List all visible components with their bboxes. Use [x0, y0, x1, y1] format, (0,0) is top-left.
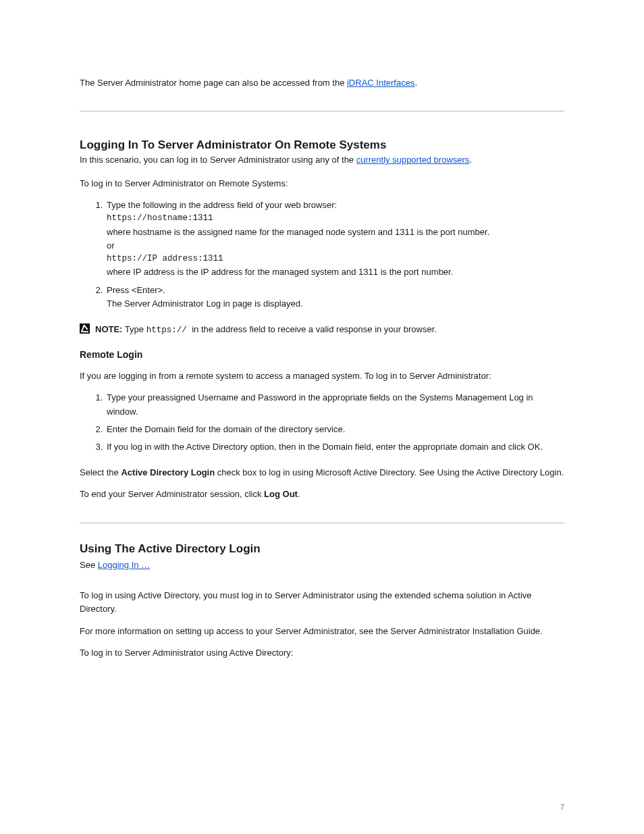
remote-p2: If you are logging in from a remote syst… [80, 369, 564, 383]
intro-block: The Server Administrator home page can a… [80, 76, 564, 111]
remote-step-2: Enter the Domain field for the domain of… [105, 423, 564, 436]
note-row: NOTE: Type https:// in the address field… [80, 323, 564, 337]
remote-step-3: If you log in with the Active Directory … [105, 440, 564, 454]
intro-prefix: The Server Administrator home page can a… [80, 78, 347, 88]
step-1: Type the following in the address field … [105, 199, 564, 279]
logging-in-link[interactable]: Logging In … [98, 560, 150, 570]
note-text: NOTE: Type https:// in the address field… [95, 323, 437, 337]
note-icon [80, 323, 90, 334]
remote-step-1: Type your preassigned Username and Passw… [105, 391, 564, 418]
remote-p3: Select the Active Directory Login check … [80, 466, 564, 479]
page-number: 7 [560, 803, 564, 811]
section2-sub: See Logging In … [80, 560, 564, 570]
step-2: Press <Enter>. The Server Administrator … [105, 284, 564, 311]
document-page: The Server Administrator home page can a… [0, 0, 644, 834]
remote-steps: Type your preassigned Username and Passw… [80, 391, 564, 454]
note-label: NOTE: [95, 324, 122, 334]
intro-line: The Server Administrator home page can a… [80, 76, 564, 90]
section1-sub: In this scenario, you can log in to Serv… [80, 155, 564, 165]
remote-p4: To end your Server Administrator session… [80, 488, 564, 501]
section2-title: Using The Active Directory Login [80, 542, 564, 556]
section2-p2: For more information on setting up acces… [80, 625, 564, 638]
section2-p1: To log in using Active Directory, you mu… [80, 589, 564, 616]
intro-suffix: . [414, 78, 417, 88]
section2-p3: To log in to Server Administrator using … [80, 646, 564, 660]
idrac-interfaces-link[interactable]: iDRAC Interfaces [347, 78, 414, 88]
section-remote-login: Logging In To Server Administrator On Re… [80, 138, 564, 523]
login-steps: Type the following in the address field … [80, 199, 564, 311]
section1-p1: To log in to Server Administrator on Rem… [80, 177, 564, 190]
supported-browsers-link[interactable]: currently supported browsers [356, 155, 470, 165]
remote-login-subheader: Remote Login [80, 349, 564, 360]
section1-title: Logging In To Server Administrator On Re… [80, 138, 564, 152]
